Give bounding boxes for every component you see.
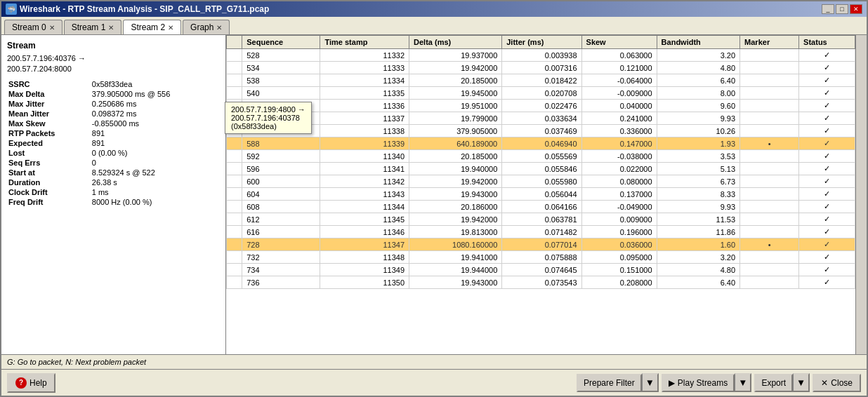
data-cell: 19.813000: [409, 226, 502, 238]
stat-label: Clock Drift: [7, 187, 91, 197]
data-cell: 19.951000: [409, 100, 502, 112]
stats-row: Clock Drift1 ms: [7, 187, 220, 197]
status-cell: ✓: [799, 74, 855, 87]
marker-cell: [740, 175, 799, 188]
table-header: Time stamp: [320, 36, 409, 49]
table-row[interactable]: 55611338379.9050000.0374690.33600010.26✓: [227, 125, 855, 137]
window-title: Wireshark - RTP Stream Analysis - SIP_CA…: [20, 4, 269, 14]
data-cell: 10.26: [657, 125, 739, 137]
help-label: Help: [29, 378, 47, 388]
data-cell: 640.189000: [409, 137, 502, 150]
stat-value: -0.855000 ms: [91, 119, 220, 128]
table-row[interactable]: 6081134420.1860000.064166-0.0490009.93✓: [227, 201, 855, 213]
stats-row: Freq Drift8000 Hz (0.00 %): [7, 197, 220, 207]
stats-row: Mean Jitter0.098372 ms: [7, 109, 220, 119]
stat-label: Max Skew: [7, 119, 91, 128]
table-row[interactable]: 6001134219.9420000.0559800.0800006.73✓: [227, 175, 855, 188]
data-cell: 0.007316: [502, 62, 581, 74]
tab-stream2-close[interactable]: ✕: [168, 24, 173, 32]
tooltip-line1: 200.57.7.199:4800 →: [231, 105, 305, 114]
marker-cell: •: [740, 238, 799, 251]
export-arrow[interactable]: ▼: [793, 373, 810, 392]
tab-stream1[interactable]: Stream 1 ✕: [64, 20, 122, 34]
stats-row: Lost0 (0.00 %): [7, 148, 220, 158]
stat-label: Start at: [7, 168, 91, 177]
stat-value: 0x58f33dea: [91, 79, 220, 89]
table-row[interactable]: 58811339640.1890000.0469400.1470001.93•✓: [227, 137, 855, 150]
data-cell: 11340: [320, 150, 409, 163]
tab-stream0-close[interactable]: ✕: [49, 24, 55, 32]
prepare-filter-button[interactable]: Prepare Filter: [577, 374, 642, 392]
play-streams-button[interactable]: ▶ Play Streams: [662, 374, 735, 392]
data-cell: 11334: [320, 74, 409, 87]
table-header: Status: [799, 36, 855, 49]
prepare-filter-arrow[interactable]: ▼: [642, 373, 659, 392]
data-cell: 0.009000: [581, 213, 657, 226]
tooltip-line2: 200.57.7.196:40378: [231, 114, 305, 122]
tab-stream0[interactable]: Stream 0 ✕: [4, 20, 63, 34]
table-row[interactable]: 5401133519.9450000.020708-0.0090008.00✓: [227, 87, 855, 100]
status-cell: ✓: [799, 112, 855, 125]
tab-stream1-close[interactable]: ✕: [108, 24, 114, 32]
data-cell: 0.055846: [502, 163, 581, 175]
data-cell: 6.40: [657, 276, 739, 289]
table-row[interactable]: 5381133420.1850000.018422-0.0640006.40✓: [227, 74, 855, 87]
stat-value: 0: [91, 158, 220, 168]
minimize-button[interactable]: _: [822, 4, 834, 14]
table-row[interactable]: 5441133719.7990000.0336340.2410009.93✓: [227, 112, 855, 125]
title-controls: _ □ ✕: [822, 4, 862, 14]
close-button[interactable]: ✕: [850, 4, 862, 14]
data-cell: 0.095000: [581, 251, 657, 264]
data-cell: 528: [242, 49, 320, 62]
marker-cell: [740, 87, 799, 100]
data-cell: 9.93: [657, 112, 739, 125]
table-row[interactable]: 5421133619.9510000.0224760.0400009.60✓: [227, 100, 855, 112]
data-cell: 534: [242, 62, 320, 74]
table-row[interactable]: 5961134119.9400000.0558460.0220005.13✓: [227, 163, 855, 175]
marker-cell: [740, 201, 799, 213]
play-streams-arrow[interactable]: ▼: [735, 373, 751, 392]
data-cell: [227, 213, 242, 226]
close-button-footer[interactable]: ✕ Close: [813, 374, 861, 392]
tab-stream1-label: Stream 1: [72, 22, 106, 32]
data-cell: [227, 226, 242, 238]
status-cell: ✓: [799, 150, 855, 163]
data-cell: [227, 175, 242, 188]
data-table-container[interactable]: SequenceTime stampDelta (ms)Jitter (ms)S…: [226, 35, 855, 354]
prepare-filter-dropdown: Prepare Filter ▼: [577, 373, 659, 392]
table-row[interactable]: 7341134919.9440000.0746450.1510004.80✓: [227, 264, 855, 276]
table-row[interactable]: 7321134819.9410000.0758880.0950003.20✓: [227, 251, 855, 264]
tab-graph[interactable]: Graph ✕: [183, 20, 230, 34]
app-icon: 🦈: [6, 4, 17, 15]
tab-graph-close[interactable]: ✕: [216, 24, 222, 32]
right-panel: SequenceTime stampDelta (ms)Jitter (ms)S…: [226, 35, 855, 354]
data-cell: 0.046940: [502, 137, 581, 150]
maximize-button[interactable]: □: [836, 4, 848, 14]
scrollbar[interactable]: [855, 35, 867, 354]
table-row[interactable]: 7361135019.9430000.0735430.2080006.40✓: [227, 276, 855, 289]
table-row[interactable]: 6161134619.8130000.0714820.19600011.86✓: [227, 226, 855, 238]
table-row[interactable]: 6121134519.9420000.0637810.00900011.53✓: [227, 213, 855, 226]
data-cell: 11350: [320, 276, 409, 289]
data-cell: 0.003938: [502, 49, 581, 62]
table-row[interactable]: 6041134319.9430000.0560440.1370008.33✓: [227, 188, 855, 201]
stat-value: 379.905000 ms @ 556: [91, 89, 220, 99]
table-row[interactable]: 5341133319.9420000.0073160.1210004.80✓: [227, 62, 855, 74]
table-row[interactable]: 5921134020.1850000.055569-0.0380003.53✓: [227, 150, 855, 163]
data-cell: 19.944000: [409, 264, 502, 276]
play-streams-dropdown: ▶ Play Streams ▼: [662, 373, 752, 392]
stat-label: Max Jitter: [7, 99, 91, 109]
tab-stream2[interactable]: Stream 2 ✕: [123, 20, 181, 34]
data-cell: [227, 251, 242, 264]
table-row[interactable]: 728113471080.1600000.0770140.0360001.60•…: [227, 238, 855, 251]
data-cell: 734: [242, 264, 320, 276]
data-cell: 0.073543: [502, 276, 581, 289]
data-cell: 0.077014: [502, 238, 581, 251]
help-button[interactable]: ? Help: [7, 373, 55, 393]
export-button[interactable]: Export: [754, 374, 793, 392]
data-cell: [227, 74, 242, 87]
table-row[interactable]: 5281133219.9370000.0039380.0630003.20✓: [227, 49, 855, 62]
data-cell: 0.147000: [581, 137, 657, 150]
bottom-note: G: Go to packet, N: Next problem packet: [1, 354, 867, 369]
stats-row: SSRC0x58f33dea: [7, 79, 220, 89]
